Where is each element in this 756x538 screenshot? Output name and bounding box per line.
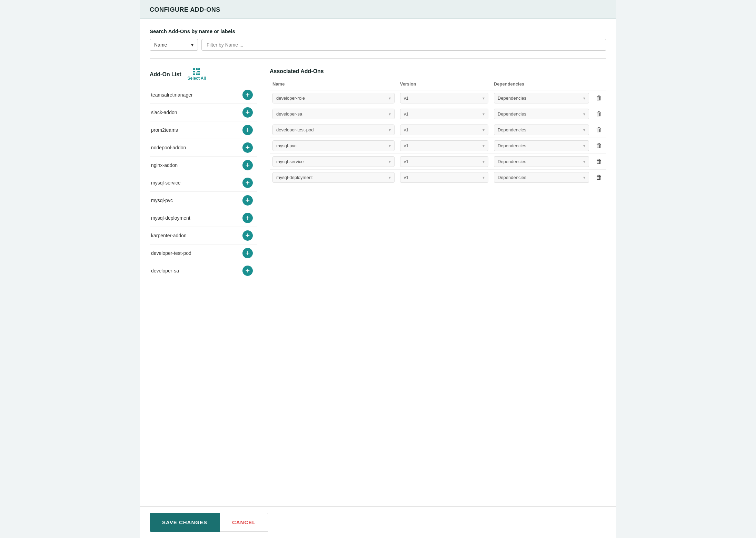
list-item: slack-addon +: [150, 104, 257, 121]
add-addon-button[interactable]: +: [242, 178, 253, 188]
name-chevron-icon: [389, 128, 391, 132]
left-panel-title: Add-On List: [150, 71, 181, 78]
main-content: Search Add-Ons by name or labels Name Ad…: [140, 19, 616, 506]
delete-row-button[interactable]: 🗑: [595, 142, 604, 149]
add-addon-button[interactable]: +: [242, 230, 253, 241]
version-chevron-icon: [483, 96, 485, 101]
search-row: Name: [150, 39, 606, 59]
associated-deps-value: Dependencies: [498, 159, 526, 164]
associated-version-value: v1: [404, 159, 409, 164]
associated-deps-value: Dependencies: [498, 143, 526, 148]
right-panel-header: Associated Add-Ons: [270, 68, 606, 74]
associated-name-select[interactable]: developer-test-pod: [272, 124, 395, 135]
addon-name: mysql-service: [151, 180, 181, 186]
filter-type-select[interactable]: Name: [150, 39, 198, 51]
version-chevron-icon: [483, 128, 485, 132]
add-addon-button[interactable]: +: [242, 107, 253, 118]
associated-deps-select[interactable]: Dependencies: [494, 109, 589, 119]
associated-version-select[interactable]: v1: [400, 172, 488, 183]
name-chevron-icon: [389, 112, 391, 117]
associated-name-value: mysql-deployment: [276, 175, 313, 180]
add-addon-button[interactable]: +: [242, 213, 253, 223]
list-item: developer-test-pod +: [150, 245, 257, 262]
filter-input[interactable]: [201, 39, 606, 51]
associated-name-value: developer-test-pod: [276, 127, 314, 132]
list-item: mysql-pvc +: [150, 192, 257, 209]
associated-name-value: developer-role: [276, 96, 305, 101]
add-addon-button[interactable]: +: [242, 90, 253, 100]
addon-name: mysql-deployment: [151, 215, 190, 221]
associated-tbody: developer-role v1 Dependencies 🗑 develop…: [270, 90, 606, 186]
delete-row-button[interactable]: 🗑: [595, 94, 604, 102]
save-button[interactable]: SAVE CHANGES: [150, 513, 220, 532]
add-addon-button[interactable]: +: [242, 160, 253, 170]
associated-name-select[interactable]: developer-sa: [272, 109, 395, 119]
version-chevron-icon: [483, 175, 485, 180]
delete-row-button[interactable]: 🗑: [595, 126, 604, 133]
associated-table: Name Version Dependencies developer-role…: [270, 80, 606, 185]
deps-chevron-icon: [583, 96, 585, 101]
two-panel: Add-On List Select All teamsalretmanager…: [150, 68, 606, 506]
associated-deps-select[interactable]: Dependencies: [494, 140, 589, 151]
select-all-icon: [193, 68, 200, 75]
right-panel: Associated Add-Ons Name Version Dependen…: [260, 68, 606, 506]
associated-version-value: v1: [404, 143, 409, 148]
table-row: mysql-pvc v1 Dependencies 🗑: [270, 138, 606, 154]
addon-name: prom2teams: [151, 127, 178, 133]
associated-deps-value: Dependencies: [498, 111, 526, 117]
addon-name: nginx-addon: [151, 162, 178, 168]
select-all-button[interactable]: Select All: [188, 68, 206, 81]
associated-deps-select[interactable]: Dependencies: [494, 124, 589, 135]
list-item: teamsalretmanager +: [150, 86, 257, 104]
table-header-row: Name Version Dependencies: [270, 80, 606, 90]
associated-name-select[interactable]: mysql-service: [272, 156, 395, 167]
list-item: karpenter-addon +: [150, 227, 257, 245]
associated-version-select[interactable]: v1: [400, 124, 488, 135]
left-panel-header: Add-On List Select All: [150, 68, 260, 81]
associated-version-select[interactable]: v1: [400, 109, 488, 119]
add-addon-button[interactable]: +: [242, 142, 253, 153]
delete-row-button[interactable]: 🗑: [595, 174, 604, 181]
page-header: CONFIGURE ADD-ONS: [140, 0, 616, 19]
addon-name: teamsalretmanager: [151, 92, 193, 98]
right-panel-title: Associated Add-Ons: [270, 68, 324, 74]
associated-version-value: v1: [404, 127, 409, 132]
associated-name-select[interactable]: mysql-pvc: [272, 140, 395, 151]
associated-name-value: developer-sa: [276, 111, 302, 117]
associated-version-select[interactable]: v1: [400, 140, 488, 151]
left-panel: Add-On List Select All teamsalretmanager…: [150, 68, 260, 506]
addon-name: mysql-pvc: [151, 198, 173, 203]
associated-version-select[interactable]: v1: [400, 93, 488, 103]
delete-row-button[interactable]: 🗑: [595, 110, 604, 118]
add-addon-button[interactable]: +: [242, 248, 253, 258]
addon-list: teamsalretmanager + slack-addon + prom2t…: [150, 86, 260, 279]
associated-name-select[interactable]: developer-role: [272, 93, 395, 103]
add-addon-button[interactable]: +: [242, 266, 253, 276]
col-header-delete: [592, 80, 606, 90]
associated-name-value: mysql-service: [276, 159, 304, 164]
table-row: developer-test-pod v1 Dependencies 🗑: [270, 122, 606, 138]
associated-deps-value: Dependencies: [498, 127, 526, 132]
table-row: mysql-service v1 Dependencies 🗑: [270, 154, 606, 170]
name-chevron-icon: [389, 159, 391, 164]
associated-deps-select[interactable]: Dependencies: [494, 172, 589, 183]
deps-chevron-icon: [583, 175, 585, 180]
associated-deps-select[interactable]: Dependencies: [494, 93, 589, 103]
associated-version-value: v1: [404, 96, 409, 101]
associated-name-select[interactable]: mysql-deployment: [272, 172, 395, 183]
deps-chevron-icon: [583, 128, 585, 132]
deps-chevron-icon: [583, 112, 585, 117]
associated-version-select[interactable]: v1: [400, 156, 488, 167]
associated-version-value: v1: [404, 111, 409, 117]
cancel-button[interactable]: CANCEL: [220, 513, 269, 532]
add-addon-button[interactable]: +: [242, 195, 253, 206]
associated-deps-select[interactable]: Dependencies: [494, 156, 589, 167]
associated-name-value: mysql-pvc: [276, 143, 297, 148]
associated-deps-value: Dependencies: [498, 175, 526, 180]
deps-chevron-icon: [583, 143, 585, 148]
addon-name: developer-sa: [151, 268, 179, 273]
name-chevron-icon: [389, 175, 391, 180]
delete-row-button[interactable]: 🗑: [595, 158, 604, 165]
add-addon-button[interactable]: +: [242, 125, 253, 135]
col-header-name: Name: [270, 80, 397, 90]
